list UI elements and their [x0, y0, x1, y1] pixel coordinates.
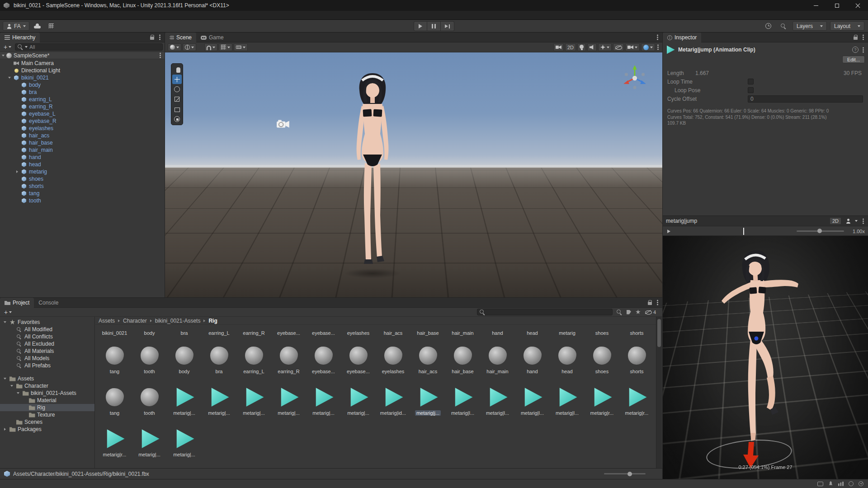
panel-menu-icon[interactable] [657, 37, 658, 38]
folder-tree-item[interactable]: Texture [0, 411, 94, 418]
asset-item[interactable]: earring_R [271, 345, 306, 374]
asset-item[interactable]: metarig|l... [550, 386, 585, 416]
asset-item[interactable]: metarig|... [306, 386, 341, 416]
hierarchy-item[interactable]: shorts [0, 183, 165, 190]
hierarchy-item[interactable]: eyebase_R [0, 117, 165, 125]
asset-item[interactable]: shorts [619, 330, 654, 336]
asset-item[interactable]: shoes [585, 345, 619, 374]
asset-item[interactable]: tooth [132, 386, 167, 416]
grid-visibility-dropdown[interactable] [219, 43, 232, 51]
2d-toggle[interactable]: 2D [565, 43, 576, 51]
breadcrumb-item[interactable]: Assets [99, 318, 115, 324]
speed-slider-handle[interactable] [817, 229, 822, 233]
hierarchy-item[interactable]: Main Camera [0, 60, 165, 67]
asset-item[interactable]: head [515, 330, 550, 336]
increment-snap-dropdown[interactable] [234, 43, 248, 51]
layout-dropdown[interactable]: Layout [830, 21, 864, 31]
hierarchy-item[interactable]: tooth [0, 197, 165, 204]
snap-dropdown[interactable] [204, 43, 217, 51]
asset-item[interactable]: eyelashes [376, 345, 410, 374]
scrollbar-thumb[interactable] [657, 319, 661, 347]
asset-item[interactable]: hand [480, 330, 515, 336]
scale-tool-button[interactable] [172, 94, 182, 104]
thumbnail-size-slider[interactable] [604, 473, 646, 474]
panel-menu-icon[interactable] [657, 302, 658, 303]
menu-item[interactable] [9, 15, 16, 16]
slider-handle[interactable] [627, 472, 632, 476]
tab-game[interactable]: Game [196, 33, 228, 42]
asset-item[interactable]: bikini_0021 [97, 330, 132, 336]
hierarchy-item[interactable]: metarig [0, 168, 165, 175]
hierarchy-item[interactable]: hand [0, 154, 165, 161]
asset-item[interactable]: earring_L [236, 345, 271, 374]
pause-button[interactable] [427, 21, 441, 31]
camera-gizmo-icon[interactable] [276, 118, 291, 129]
hierarchy-item[interactable]: earring_L [0, 96, 165, 103]
search-by-label-icon[interactable] [627, 310, 631, 314]
foldout-arrow-icon[interactable] [15, 170, 19, 173]
asset-item[interactable]: metarig|l... [480, 386, 515, 416]
asset-item[interactable]: metarig|... [167, 428, 202, 457]
folder-tree-item[interactable]: All Models [0, 355, 94, 362]
asset-item[interactable]: metarig|l... [445, 386, 480, 416]
rotate-tool-button[interactable] [172, 84, 182, 94]
rect-tool-button[interactable] [172, 104, 182, 114]
hierarchy-item[interactable]: eyelashes [0, 125, 165, 132]
hierarchy-item[interactable]: hair_base [0, 139, 165, 146]
menu-item[interactable] [16, 15, 24, 16]
asset-item[interactable]: tang [97, 386, 132, 416]
folder-tree-item[interactable]: Packages [0, 426, 94, 433]
folder-tree-item[interactable]: Assets [0, 375, 94, 382]
scene-camera-settings-button[interactable] [553, 43, 564, 51]
asset-item[interactable]: metarig|... [341, 386, 376, 416]
tab-scene[interactable]: Scene [165, 33, 196, 42]
view-tool-button[interactable] [172, 65, 182, 74]
hidden-packages-toggle[interactable]: 4 [645, 309, 656, 315]
asset-item[interactable]: body [132, 330, 167, 336]
hierarchy-item[interactable]: bikini_0021 [0, 74, 165, 81]
asset-item[interactable]: metarig|r... [619, 386, 654, 416]
asset-item[interactable]: eyebase... [341, 345, 376, 374]
folder-tree-item[interactable]: All Conflicts [0, 333, 94, 340]
menu-item[interactable] [38, 15, 45, 16]
hierarchy-search-input[interactable]: All [15, 43, 163, 51]
display-status-icon[interactable] [817, 482, 823, 486]
console-status-icon[interactable] [859, 481, 863, 486]
asset-item[interactable]: metarig|... [132, 428, 167, 457]
notifications-icon[interactable] [828, 481, 833, 486]
hierarchy-item[interactable]: eyebase_L [0, 110, 165, 117]
tab-project[interactable]: Project [0, 298, 34, 308]
panel-menu-icon[interactable] [863, 37, 864, 38]
asset-item[interactable]: eyebase... [271, 330, 306, 336]
hierarchy-item[interactable]: bra [0, 89, 165, 96]
asset-item[interactable]: body [167, 345, 202, 374]
animation-preview-viewport[interactable]: 0:27 (054.1%) Frame 27 [663, 236, 868, 488]
foldout-arrow-icon[interactable] [9, 385, 14, 387]
avatar-preview-icon[interactable] [845, 218, 851, 224]
tab-inspector[interactable]: Inspector [663, 33, 701, 42]
folder-tree-item[interactable]: All Modified [0, 326, 94, 333]
scene-menu-icon[interactable] [160, 55, 161, 56]
preview-speed-slider[interactable] [797, 230, 844, 232]
foldout-arrow-icon[interactable] [3, 378, 7, 380]
close-button[interactable] [847, 0, 868, 11]
layers-dropdown[interactable]: Layers [793, 21, 827, 31]
asset-item[interactable]: metarig|... [236, 386, 271, 416]
tab-hierarchy[interactable]: Hierarchy [0, 33, 40, 42]
maximize-button[interactable] [826, 0, 847, 11]
step-button[interactable] [441, 21, 454, 31]
package-manager-button[interactable] [46, 21, 57, 31]
camera-preview-dropdown[interactable] [625, 43, 640, 51]
shading-mode-dropdown[interactable] [168, 43, 181, 51]
edit-clip-button[interactable]: Edit... [842, 56, 865, 63]
folder-tree-item[interactable]: All Materials [0, 347, 94, 355]
asset-item[interactable]: hand [515, 345, 550, 374]
asset-item[interactable]: head [550, 345, 585, 374]
asset-item[interactable]: tang [97, 345, 132, 374]
asset-item[interactable]: eyebase... [306, 330, 341, 336]
tab-console[interactable]: Console [34, 298, 63, 308]
asset-item[interactable]: metarig|l... [515, 386, 550, 416]
minimize-button[interactable] [806, 0, 826, 11]
asset-item[interactable]: metarig|... [167, 386, 202, 416]
asset-item[interactable]: metarig|r... [585, 386, 619, 416]
